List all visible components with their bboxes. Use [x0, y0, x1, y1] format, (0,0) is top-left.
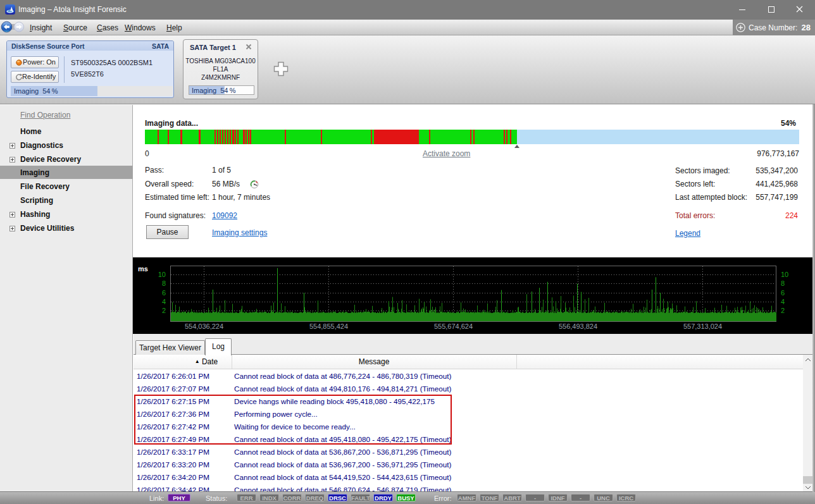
svg-text:6: 6	[162, 289, 166, 297]
svg-text:555,674,624: 555,674,624	[434, 323, 473, 330]
svg-text:554,855,424: 554,855,424	[309, 323, 348, 330]
svg-text:8: 8	[162, 280, 166, 287]
svg-text:4: 4	[781, 298, 785, 305]
svg-text:2: 2	[781, 307, 785, 314]
svg-text:2: 2	[162, 307, 166, 314]
svg-text:556,493,824: 556,493,824	[559, 323, 597, 330]
svg-text:557,313,024: 557,313,024	[683, 323, 722, 330]
svg-text:554,036,224: 554,036,224	[185, 323, 223, 330]
svg-text:10: 10	[158, 271, 166, 278]
svg-text:6: 6	[781, 289, 785, 297]
svg-text:4: 4	[162, 298, 166, 305]
svg-text:ms: ms	[138, 265, 148, 273]
svg-text:10: 10	[781, 271, 788, 278]
svg-text:8: 8	[781, 280, 785, 287]
